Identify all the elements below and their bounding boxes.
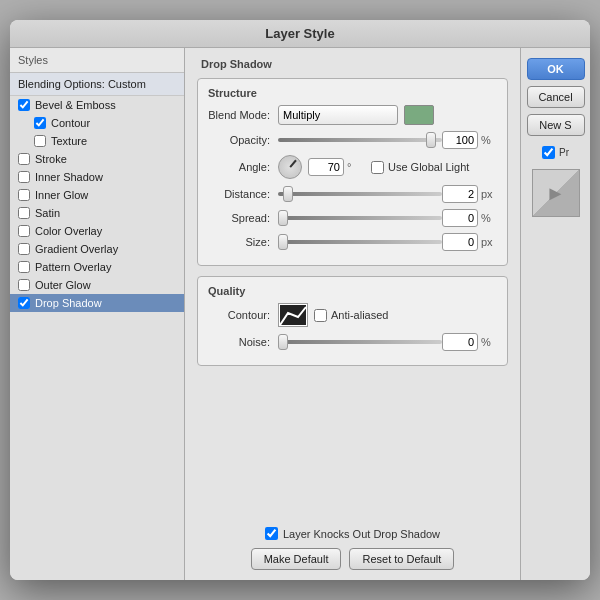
angle-unit: ° <box>347 161 363 173</box>
distance-label: Distance: <box>208 188 278 200</box>
blending-options-item[interactable]: Blending Options: Custom <box>10 73 184 96</box>
outer-glow-label: Outer Glow <box>35 279 91 291</box>
contour-label: Contour <box>51 117 90 129</box>
left-panel: Styles Blending Options: Custom Bevel & … <box>10 48 185 580</box>
size-track <box>278 240 442 244</box>
main-bottom: Layer Knocks Out Drop Shadow Make Defaul… <box>197 527 508 570</box>
preview-checkbox-row[interactable]: Pr <box>542 146 569 159</box>
inner-shadow-label: Inner Shadow <box>35 171 103 183</box>
opacity-unit: % <box>481 134 497 146</box>
spread-unit: % <box>481 212 497 224</box>
pattern-overlay-label: Pattern Overlay <box>35 261 111 273</box>
bottom-buttons: Make Default Reset to Default <box>251 548 455 570</box>
contour-svg <box>280 305 306 325</box>
drop-shadow-checkbox[interactable] <box>18 297 30 309</box>
angle-input[interactable] <box>308 158 344 176</box>
preview-box: ► <box>532 169 580 217</box>
satin-label: Satin <box>35 207 60 219</box>
distance-unit: px <box>481 188 497 200</box>
noise-input[interactable] <box>442 333 478 351</box>
sidebar-item-drop-shadow[interactable]: Drop Shadow <box>10 294 184 312</box>
stroke-checkbox[interactable] <box>18 153 30 165</box>
knocks-out-label: Layer Knocks Out Drop Shadow <box>283 528 440 540</box>
angle-row: Angle: ° Use Global Light <box>208 155 497 179</box>
sidebar-item-inner-glow[interactable]: Inner Glow <box>10 186 184 204</box>
size-slider[interactable] <box>278 235 442 249</box>
reset-to-default-button[interactable]: Reset to Default <box>349 548 454 570</box>
dialog-body: Styles Blending Options: Custom Bevel & … <box>10 48 590 580</box>
main-panel: Drop Shadow Structure Blend Mode: Multip… <box>185 48 520 580</box>
distance-slider[interactable] <box>278 187 442 201</box>
angle-dial[interactable] <box>278 155 302 179</box>
anti-aliased-checkbox[interactable] <box>314 309 327 322</box>
section-title: Drop Shadow <box>197 58 508 70</box>
opacity-thumb[interactable] <box>426 132 436 148</box>
cancel-button[interactable]: Cancel <box>527 86 585 108</box>
distance-thumb[interactable] <box>283 186 293 202</box>
size-row: Size: px <box>208 233 497 251</box>
blend-mode-row: Blend Mode: Multiply Normal Screen Overl… <box>208 105 497 125</box>
gradient-overlay-label: Gradient Overlay <box>35 243 118 255</box>
anti-aliased-label[interactable]: Anti-aliased <box>314 309 388 322</box>
sidebar-item-contour[interactable]: Contour <box>10 114 184 132</box>
shadow-color-swatch[interactable] <box>404 105 434 125</box>
inner-shadow-checkbox[interactable] <box>18 171 30 183</box>
new-style-button[interactable]: New S <box>527 114 585 136</box>
noise-track <box>278 340 442 344</box>
structure-section: Structure Blend Mode: Multiply Normal Sc… <box>197 78 508 266</box>
knocks-out-checkbox[interactable] <box>265 527 278 540</box>
opacity-track <box>278 138 442 142</box>
make-default-button[interactable]: Make Default <box>251 548 342 570</box>
size-unit: px <box>481 236 497 248</box>
noise-label: Noise: <box>208 336 278 348</box>
spread-label: Spread: <box>208 212 278 224</box>
styles-header: Styles <box>10 48 184 73</box>
sidebar-item-bevel-emboss[interactable]: Bevel & Emboss <box>10 96 184 114</box>
gradient-overlay-checkbox[interactable] <box>18 243 30 255</box>
inner-glow-label: Inner Glow <box>35 189 88 201</box>
use-global-light-label[interactable]: Use Global Light <box>371 161 469 174</box>
use-global-light-checkbox[interactable] <box>371 161 384 174</box>
distance-input[interactable] <box>442 185 478 203</box>
sidebar-item-gradient-overlay[interactable]: Gradient Overlay <box>10 240 184 258</box>
opacity-slider[interactable] <box>278 133 442 147</box>
drop-shadow-label: Drop Shadow <box>35 297 102 309</box>
ok-button[interactable]: OK <box>527 58 585 80</box>
noise-slider[interactable] <box>278 335 442 349</box>
sidebar-item-pattern-overlay[interactable]: Pattern Overlay <box>10 258 184 276</box>
color-overlay-checkbox[interactable] <box>18 225 30 237</box>
satin-checkbox[interactable] <box>18 207 30 219</box>
contour-preview[interactable] <box>278 303 308 327</box>
spread-slider[interactable] <box>278 211 442 225</box>
spread-row: Spread: % <box>208 209 497 227</box>
blend-mode-select[interactable]: Multiply Normal Screen Overlay <box>278 105 398 125</box>
size-thumb[interactable] <box>278 234 288 250</box>
sidebar-item-satin[interactable]: Satin <box>10 204 184 222</box>
preview-checkbox[interactable] <box>542 146 555 159</box>
inner-glow-checkbox[interactable] <box>18 189 30 201</box>
preview-arrow-icon: ► <box>546 182 566 205</box>
dialog-title: Layer Style <box>10 20 590 48</box>
knocks-out-row: Layer Knocks Out Drop Shadow <box>265 527 440 540</box>
layer-style-dialog: Layer Style Styles Blending Options: Cus… <box>10 20 590 580</box>
spread-thumb[interactable] <box>278 210 288 226</box>
outer-glow-checkbox[interactable] <box>18 279 30 291</box>
quality-label: Quality <box>208 285 497 297</box>
contour-checkbox[interactable] <box>34 117 46 129</box>
pattern-overlay-checkbox[interactable] <box>18 261 30 273</box>
texture-checkbox[interactable] <box>34 135 46 147</box>
opacity-input[interactable] <box>442 131 478 149</box>
contour-label: Contour: <box>208 309 278 321</box>
sidebar-item-outer-glow[interactable]: Outer Glow <box>10 276 184 294</box>
spread-input[interactable] <box>442 209 478 227</box>
sidebar-item-color-overlay[interactable]: Color Overlay <box>10 222 184 240</box>
sidebar-item-texture[interactable]: Texture <box>10 132 184 150</box>
sidebar-item-stroke[interactable]: Stroke <box>10 150 184 168</box>
noise-thumb[interactable] <box>278 334 288 350</box>
sidebar-item-inner-shadow[interactable]: Inner Shadow <box>10 168 184 186</box>
size-input[interactable] <box>442 233 478 251</box>
bevel-emboss-checkbox[interactable] <box>18 99 30 111</box>
spread-track <box>278 216 442 220</box>
structure-label: Structure <box>208 87 497 99</box>
bevel-emboss-label: Bevel & Emboss <box>35 99 116 111</box>
